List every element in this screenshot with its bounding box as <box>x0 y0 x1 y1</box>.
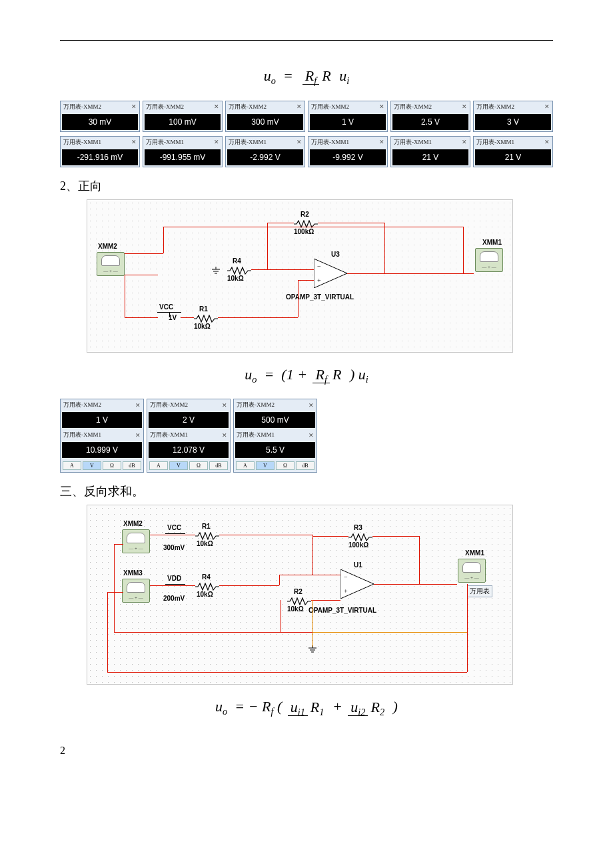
close-icon[interactable]: ✕ <box>297 103 302 110</box>
ground-icon <box>307 645 318 655</box>
multimeter: 万用表-XMM2✕30 mV <box>60 101 140 132</box>
header-rule <box>60 40 553 41</box>
ground-icon <box>211 267 221 276</box>
close-icon[interactable]: ✕ <box>131 139 137 145</box>
mm-reading: 5.5 V <box>235 442 315 458</box>
mm-reading: -291.916 mV <box>62 149 138 165</box>
mm-mode-db[interactable]: dB <box>296 461 314 470</box>
opamp-icon: −+ <box>340 569 374 599</box>
multimeter: 万用表-XMM2✕3 V <box>473 101 553 132</box>
mm-reading: -9.992 V <box>310 149 386 165</box>
mm-reading: -2.992 V <box>227 149 303 165</box>
close-icon[interactable]: ✕ <box>297 139 302 145</box>
formula-3: uo = − Rf ( ui1R1 + ui2R2 ) <box>60 698 553 718</box>
multimeter: 万用表-XMM1✕-9.992 V <box>308 136 388 167</box>
multimeter: 万用表-XMM1✕-991.955 mV <box>143 136 223 167</box>
multimeter: 万用表-XMM2✕100 mV <box>143 101 223 132</box>
close-icon[interactable]: ✕ <box>308 432 314 439</box>
mm-mode-db[interactable]: dB <box>209 461 228 470</box>
heading-2: 2、正向 <box>60 178 553 194</box>
close-icon[interactable]: ✕ <box>544 139 550 145</box>
svg-text:−: − <box>317 263 321 270</box>
close-icon[interactable]: ✕ <box>135 402 141 409</box>
mm-reading: 1 V <box>310 114 386 130</box>
multimeter: 万用表-XMM1✕21 V <box>390 136 470 167</box>
close-icon[interactable]: ✕ <box>135 432 141 439</box>
multimeter-icon <box>122 529 150 553</box>
svg-text:+: + <box>344 587 348 595</box>
mm-reading: 1 V <box>62 412 142 428</box>
mm-mode-v[interactable]: V <box>256 461 275 470</box>
resistor-icon <box>194 313 218 321</box>
mm-reading: 21 V <box>475 149 551 165</box>
multimeter-icon <box>122 579 150 603</box>
mm-mode-ohm[interactable]: Ω <box>189 461 208 470</box>
mm-reading: 100 mV <box>145 114 221 130</box>
multimeter-icon <box>97 252 125 276</box>
multimeter: 万用表-XMM2✕300 mV <box>225 101 305 132</box>
mm-mode-a[interactable]: A <box>236 461 255 470</box>
close-icon[interactable]: ✕ <box>379 103 384 110</box>
close-icon[interactable]: ✕ <box>214 139 219 145</box>
close-icon[interactable]: ✕ <box>462 139 467 145</box>
multimeter-row-1-bottom: 万用表-XMM1✕-291.916 mV 万用表-XMM1✕-991.955 m… <box>60 136 553 167</box>
resistor-icon <box>287 596 311 604</box>
multimeter: 万用表-XMM1✕-291.916 mV <box>60 136 140 167</box>
opamp-icon: −+ <box>314 259 347 288</box>
multimeter: 万用表-XMM1✕-2.992 V <box>225 136 305 167</box>
mm-mode-a[interactable]: A <box>149 461 168 470</box>
close-icon[interactable]: ✕ <box>131 103 137 110</box>
close-icon[interactable]: ✕ <box>462 103 467 110</box>
mm-mode-v[interactable]: V <box>169 461 188 470</box>
page-number: 2 <box>60 745 553 757</box>
resistor-icon <box>195 531 219 539</box>
mm-reading: 21 V <box>392 149 468 165</box>
resistor-icon <box>227 265 251 273</box>
mm-reading: 12.078 V <box>149 442 229 458</box>
multimeter-row-2: 万用表-XMM2✕ 1 V 万用表-XMM1✕ 10.999 V AVΩdB 万… <box>60 399 553 473</box>
multimeter: 万用表-XMM2✕ 500 mV 万用表-XMM1✕ 5.5 V AVΩdB <box>233 399 317 473</box>
svg-text:+: + <box>317 277 321 284</box>
circuit-diagram-1: XMM2 XMM1 VCC 1V R1 10kΩ R4 10kΩ R2 100k… <box>87 199 513 353</box>
heading-3: 三、反向求和。 <box>60 483 553 499</box>
mm-mode-ohm[interactable]: Ω <box>276 461 295 470</box>
multimeter: 万用表-XMM1✕21 V <box>473 136 553 167</box>
mm-reading: 10.999 V <box>62 442 142 458</box>
close-icon[interactable]: ✕ <box>222 432 227 439</box>
mm-reading: 30 mV <box>62 114 138 130</box>
mm-reading: 300 mV <box>227 114 303 130</box>
multimeter-icon <box>458 559 486 583</box>
mm-mode-ohm[interactable]: Ω <box>103 461 121 470</box>
resistor-icon <box>294 219 318 227</box>
close-icon[interactable]: ✕ <box>214 103 219 110</box>
multimeter-row-1-top: 万用表-XMM2✕30 mV 万用表-XMM2✕100 mV 万用表-XMM2✕… <box>60 101 553 132</box>
mm-mode-a[interactable]: A <box>63 461 81 470</box>
multimeter: 万用表-XMM2✕2.5 V <box>390 101 470 132</box>
close-icon[interactable]: ✕ <box>379 139 384 145</box>
close-icon[interactable]: ✕ <box>222 402 227 409</box>
svg-text:−: − <box>344 573 348 581</box>
mm-mode-v[interactable]: V <box>83 461 101 470</box>
mm-reading: 500 mV <box>235 412 315 428</box>
multimeter: 万用表-XMM2✕ 1 V 万用表-XMM1✕ 10.999 V AVΩdB <box>60 399 144 473</box>
close-icon[interactable]: ✕ <box>308 402 314 409</box>
mm-reading: -991.955 mV <box>145 149 221 165</box>
close-icon[interactable]: ✕ <box>544 103 550 110</box>
multimeter-icon <box>475 248 503 272</box>
multimeter: 万用表-XMM2✕1 V <box>308 101 388 132</box>
resistor-icon <box>195 581 219 589</box>
mm-reading: 2 V <box>149 412 229 428</box>
multimeter: 万用表-XMM2✕ 2 V 万用表-XMM1✕ 12.078 V AVΩdB <box>147 399 231 473</box>
formula-2: uo = (1 + RfR ) ui <box>60 366 553 386</box>
resistor-icon <box>348 532 372 540</box>
mm-reading: 3 V <box>475 114 551 130</box>
formula-1: uo = RfR ui <box>60 67 553 87</box>
mm-mode-db[interactable]: dB <box>123 461 141 470</box>
mm-reading: 2.5 V <box>392 114 468 130</box>
circuit-diagram-2: XMM2 XMM3 XMM1 万用表 VCC 300mV VDD 200mV R… <box>87 505 513 685</box>
